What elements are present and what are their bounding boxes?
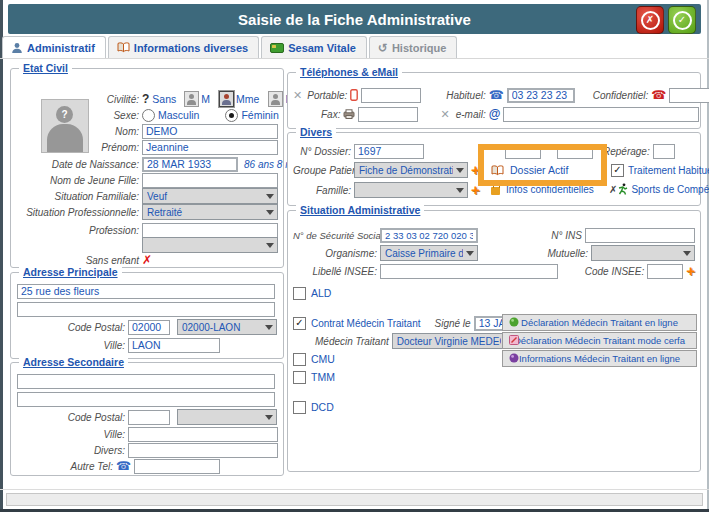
signe-le-label: Signé le	[435, 318, 471, 329]
tab-administratif[interactable]: Administratif	[2, 36, 106, 58]
dcd-checkbox[interactable]	[293, 401, 306, 414]
situation-familiale-select[interactable]: Veuf	[142, 188, 278, 204]
adresse2-ligne1-input[interactable]	[17, 374, 275, 389]
adresse2-code-postal-input[interactable]	[128, 410, 170, 425]
infos-confidentielles-link[interactable]: Infos confidentielles	[491, 181, 594, 197]
civilite-mlle-icon[interactable]	[268, 91, 283, 107]
contrat-mt-checkbox[interactable]: ✓	[293, 317, 306, 330]
portable-clear-icon[interactable]: ✕	[293, 89, 302, 102]
tab-informations-diverses[interactable]: Informations diverses	[108, 36, 259, 58]
civilite-mme-icon[interactable]	[219, 91, 234, 107]
habituel-phone-icon: ☎	[489, 88, 504, 102]
adresse1-ville-input[interactable]	[128, 338, 220, 353]
habituel-input[interactable]	[507, 88, 575, 103]
situation-professionnelle-select[interactable]: Retraité	[142, 204, 278, 220]
famille-add-icon[interactable]: +	[471, 184, 480, 196]
email-input[interactable]	[503, 107, 699, 122]
sexe-masculin-radio[interactable]	[142, 109, 155, 122]
window-title-bar: Saisie de la Fiche Administrative ✗ ✓	[8, 4, 701, 34]
civilite-option-m[interactable]: M	[201, 93, 210, 105]
adresse2-ligne2-input[interactable]	[17, 392, 275, 407]
sports-competition-row[interactable]: ✗ Sports de Compétition	[609, 181, 709, 197]
profession-row: Profession:	[17, 222, 277, 238]
sexe-feminin-radio[interactable]	[225, 109, 238, 122]
civilite-label: Civilité:	[17, 94, 139, 105]
ins-input[interactable]	[585, 228, 695, 243]
fax-input[interactable]	[358, 107, 418, 122]
chevron-down-icon	[265, 415, 273, 420]
adresse1-code-postal-row: Code Postal: 02000-LAON	[17, 319, 277, 335]
cmu-checkbox[interactable]	[293, 353, 306, 366]
code-insee-label: Code INSEE:	[585, 266, 644, 277]
profession-select[interactable]	[142, 237, 278, 253]
insee-row: Libellé INSEE: Code INSEE: +	[293, 263, 695, 279]
famille-select[interactable]	[354, 182, 468, 198]
medecin-traitant-value: Docteur Virginie MEDECIN RP...	[397, 336, 501, 347]
profession-input[interactable]	[142, 223, 278, 238]
ald-checkbox[interactable]	[293, 287, 306, 300]
mutuelle-select[interactable]	[591, 245, 695, 261]
adresse2-cp-ville-select[interactable]	[177, 409, 277, 425]
email-clear-icon[interactable]: ✕	[440, 108, 449, 121]
adresse-secondaire-group: Adresse Secondaire Code Postal: Ville: D…	[10, 362, 284, 476]
mobile-phone-icon	[350, 89, 358, 101]
etat-civil-title: Etat Civil	[19, 62, 72, 74]
nom-jeune-fille-input[interactable]	[142, 173, 278, 188]
adresse2-ville-input[interactable]	[128, 427, 278, 442]
dossier-actif-link[interactable]: Dossier Actif	[491, 162, 568, 178]
divers-hidden-field-2[interactable]	[557, 144, 593, 159]
reperage-input[interactable]	[653, 144, 675, 159]
informations-mt-en-ligne-button[interactable]: Informations Médecin Traitant en ligne	[502, 350, 697, 367]
portable-input[interactable]	[361, 88, 421, 103]
civilite-option-sans[interactable]: Sans	[152, 93, 176, 105]
groupe-patient-add-icon[interactable]: +	[471, 164, 480, 176]
declaration-mt-en-ligne-button[interactable]: Déclaration Médecin Traitant en ligne	[502, 314, 697, 331]
adresse-secondaire-title: Adresse Secondaire	[19, 356, 128, 368]
confidentiel-input[interactable]	[669, 88, 709, 103]
chevron-down-icon	[265, 325, 273, 330]
libelle-insee-input[interactable]	[380, 264, 558, 279]
telephones-title: Téléphones & eMail	[296, 66, 402, 78]
organisme-select[interactable]: Caisse Primaire d'Assur	[380, 245, 478, 261]
telephones-row2: Fax: ✕ e-mail: @	[293, 106, 695, 122]
adresse1-cp-ville-select[interactable]: 02000-LAON	[177, 319, 277, 335]
confirm-button[interactable]: ✓	[668, 6, 696, 34]
code-insee-add-icon[interactable]: +	[686, 265, 695, 277]
civilite-option-mme[interactable]: Mme	[236, 93, 259, 105]
prenom-input[interactable]	[142, 140, 278, 155]
ald-label: ALD	[311, 287, 331, 299]
divers-hidden-field-1[interactable]	[505, 144, 541, 159]
medecin-traitant-select[interactable]: Docteur Virginie MEDECIN RP...	[392, 333, 516, 349]
cerfa-form-icon	[509, 335, 519, 347]
sports-cross-icon: ✗	[609, 184, 617, 195]
adresse2-ville-row: Ville:	[17, 426, 277, 442]
tab-divider	[0, 58, 709, 59]
sans-enfant-cross-icon[interactable]: ✗	[142, 253, 152, 267]
adresse1-code-postal-input[interactable]	[128, 320, 170, 335]
dcd-row: DCD	[293, 399, 334, 415]
cancel-button[interactable]: ✗	[636, 6, 664, 34]
nom-input[interactable]	[142, 124, 278, 139]
tmm-checkbox[interactable]	[293, 371, 306, 384]
civilite-row: Civilité: ? Sans M Mme Mlle	[17, 91, 277, 107]
adresse1-cp-ville-value: 02000-LAON	[182, 322, 262, 333]
adresse1-ligne2-input[interactable]	[17, 302, 275, 317]
libelle-insee-label: Libellé INSEE:	[293, 266, 377, 277]
situation-administrative-group: Situation Administrative N° de Sécurité …	[287, 210, 701, 472]
civilite-m-icon[interactable]	[184, 91, 199, 107]
adresse2-divers-input[interactable]	[128, 443, 278, 458]
adresse1-ligne1-input[interactable]	[17, 284, 275, 299]
nss-input[interactable]	[380, 228, 478, 243]
tab-sesam-vitale[interactable]: Sesam Vitale	[261, 36, 367, 58]
groupe-patient-select[interactable]: Fiche de Démonstration	[354, 162, 468, 178]
code-insee-input[interactable]	[647, 264, 683, 279]
num-dossier-input[interactable]	[354, 144, 424, 159]
declaration-mt-cerfa-label: Déclaration Médecin Traitant mode cerfa	[514, 335, 685, 346]
date-naissance-row: Date de Naissance: 86 ans 8 mois 4 j	[17, 156, 277, 172]
declaration-mt-cerfa-button[interactable]: Déclaration Médecin Traitant mode cerfa	[502, 332, 697, 349]
autre-tel-input[interactable]	[134, 459, 220, 474]
traitement-habituel-checkbox[interactable]: ✓	[611, 164, 624, 177]
date-naissance-input[interactable]	[142, 157, 238, 172]
chevron-down-icon	[456, 188, 464, 193]
tab-historique[interactable]: ↺ Historique	[369, 36, 457, 58]
